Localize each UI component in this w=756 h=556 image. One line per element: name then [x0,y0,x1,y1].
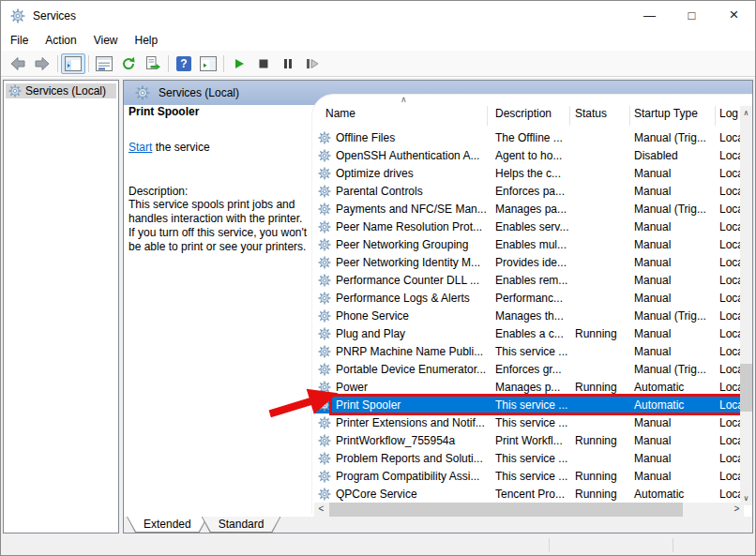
description-label: Description: [129,185,310,198]
menu-file[interactable]: File [10,31,37,50]
service-row[interactable]: Performance Logs & Alerts Performanc... … [314,289,744,307]
service-description: Agent to ho... [487,149,569,162]
status-bar [1,535,755,555]
service-startup-type: Manual [629,274,715,287]
service-row[interactable]: PrintWorkflow_755954a Print Workfl... Ru… [314,431,744,449]
minimize-button[interactable]: — [628,1,671,29]
service-row[interactable]: PNRP Machine Name Publi... This service … [314,342,744,360]
forward-button[interactable] [30,53,54,74]
refresh-button[interactable] [116,53,141,74]
menu-help[interactable]: Help [127,31,167,50]
service-description: Performanc... [487,292,569,305]
service-name: Program Compatibility Assi... [336,470,479,483]
services-view-panel: Services (Local) Print Spooler Start the… [123,80,753,533]
service-row[interactable]: Peer Name Resolution Prot... Enables ser… [314,218,744,235]
service-description: This service ... [487,452,569,465]
help-icon: ? [176,56,191,71]
view-tabs: Extended Standard [124,517,752,533]
red-pointer-arrow [265,379,344,424]
start-service-button[interactable] [227,53,251,74]
service-name: Offline Files [336,131,395,144]
service-gear-icon [318,452,331,465]
column-header-name[interactable]: Name [325,107,355,120]
service-description: Helps the c... [487,167,569,180]
service-row[interactable]: Portable Device Enumerator... Enforces g… [314,360,744,378]
status-bar-divider [549,538,550,552]
column-divider[interactable] [629,106,630,126]
service-gear-icon [318,185,331,198]
service-name: Portable Device Enumerator... [336,363,486,376]
column-header-status[interactable]: Status [575,107,607,120]
show-action-pane-button[interactable] [196,53,220,74]
maximize-button[interactable]: □ [671,1,713,29]
service-row[interactable]: Payments and NFC/SE Man... Manages pa...… [314,200,744,218]
column-divider[interactable] [569,106,570,126]
column-divider[interactable] [487,106,488,126]
service-description: Print Workfl... [487,434,569,447]
services-window: Services — □ × File Action View Help [0,0,756,556]
horizontal-scrollbar[interactable]: < > [314,503,744,517]
service-row[interactable]: Peer Networking Identity M... Provides i… [314,253,744,271]
service-startup-type: Disabled [629,149,715,162]
properties-button[interactable] [92,53,116,74]
scroll-up-icon[interactable]: ∧ [740,106,752,120]
column-header-description[interactable]: Description [495,107,552,120]
start-service-link[interactable]: Start [129,141,152,154]
service-name: Printer Extensions and Notif... [336,416,485,429]
service-row[interactable]: OpenSSH Authentication A... Agent to ho.… [314,146,744,164]
service-row[interactable]: Phone Service Manages th... Manual (Trig… [314,307,744,324]
service-description: This service ... [487,345,569,358]
service-row[interactable]: Plug and Play Enables a c... Running Man… [314,324,744,342]
pause-service-button[interactable] [276,53,300,74]
service-startup-type: Manual [629,452,715,465]
close-button[interactable]: × [713,1,755,29]
start-service-line: Start the service [129,141,310,154]
service-name: Performance Counter DLL ... [336,274,479,287]
tab-standard[interactable]: Standard [202,517,281,533]
tree-item-services-local[interactable]: Services (Local) [6,83,116,98]
workspace: Services (Local) Services (Local) Print … [1,78,755,535]
help-button[interactable]: ? [172,53,196,74]
service-startup-type: Manual [629,345,715,358]
service-name: Print Spooler [336,398,401,412]
vertical-scrollbar[interactable]: ∧ ∨ [740,106,752,505]
column-header-log-on-as[interactable]: Log [719,107,738,120]
column-divider[interactable] [715,106,716,126]
service-description: Enforces pa... [487,185,569,198]
service-startup-type: Manual [629,470,715,483]
scroll-left-icon[interactable]: < [314,503,328,517]
service-row[interactable]: Program Compatibility Assi... This servi… [314,467,744,485]
service-gear-icon [318,292,331,305]
back-button[interactable] [6,53,30,74]
service-row[interactable]: Power Manages p... Running Automatic Loc… [314,378,744,396]
service-row[interactable]: QPCore Service Tencent Pro... Running Au… [314,485,744,503]
menu-action[interactable]: Action [37,31,84,50]
service-name: OpenSSH Authentication A... [336,149,479,162]
service-row[interactable]: Optimize drives Helps the c... Manual Lo… [314,164,744,182]
stop-service-button[interactable] [251,53,276,74]
service-name: Optimize drives [336,167,414,180]
restart-service-button[interactable] [300,53,325,74]
toolbar-separator [223,55,224,72]
tab-extended[interactable]: Extended [127,517,208,533]
vertical-scrollbar-thumb[interactable] [740,364,752,412]
tab-extended-label: Extended [128,517,207,532]
service-row[interactable]: Peer Networking Grouping Enables mul... … [314,235,744,253]
service-row[interactable]: Performance Counter DLL ... Enables rem.… [314,271,744,289]
show-console-tree-button[interactable] [61,53,85,74]
service-row[interactable]: Offline Files The Offline ... Manual (Tr… [314,128,744,146]
service-row[interactable]: Print Spooler This service ... Automatic… [314,396,744,413]
menu-view[interactable]: View [85,31,127,50]
service-startup-type: Manual [629,167,715,180]
service-row[interactable]: Printer Extensions and Notif... This ser… [314,413,744,431]
horizontal-scrollbar-thumb[interactable] [329,503,683,517]
service-row[interactable]: Problem Reports and Soluti... This servi… [314,449,744,467]
start-service-icon [234,58,245,69]
column-header-startup-type[interactable]: Startup Type [634,107,698,120]
services-app-icon [10,8,25,23]
service-gear-icon [318,220,331,233]
export-list-button[interactable] [141,53,165,74]
service-description: Enables mul... [487,238,569,251]
scroll-right-icon[interactable]: > [730,503,744,517]
service-row[interactable]: Parental Controls Enforces pa... Manual … [314,182,744,200]
